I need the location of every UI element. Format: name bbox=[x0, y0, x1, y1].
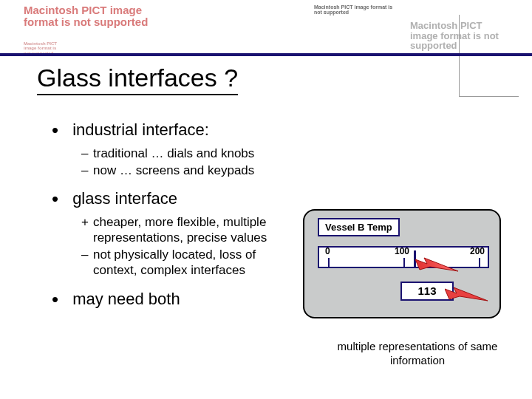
tick-label-100: 100 bbox=[395, 246, 409, 256]
slide-title: Glass interfaces ? bbox=[37, 64, 238, 95]
slide: Macintosh PICT image format is not suppo… bbox=[0, 0, 532, 399]
subbullet-pros: +cheaper, more flexible, multiple repres… bbox=[81, 214, 296, 246]
tick-0 bbox=[328, 258, 330, 267]
placeholder-image-3: Macintosh PICT image format is not suppo… bbox=[314, 4, 395, 16]
bullet-industrial: industrial interface: –traditional … dia… bbox=[52, 118, 296, 178]
gauge-indicator bbox=[414, 250, 416, 267]
bullet-industrial-text: industrial interface: bbox=[72, 120, 209, 139]
bullet-both: may need both bbox=[52, 287, 296, 312]
tick-200 bbox=[479, 258, 480, 267]
gauge-panel: Vessel B Temp 0 100 200 113 bbox=[303, 209, 501, 318]
value-readout: 113 bbox=[400, 282, 454, 301]
figure-caption: multiple representations of same informa… bbox=[325, 340, 510, 368]
slide-body: industrial interface: –traditional … dia… bbox=[52, 118, 296, 318]
placeholder-image-1: Macintosh PICT image format is not suppo… bbox=[24, 4, 149, 28]
subbullet-cons: –not physically located, loss of context… bbox=[81, 247, 296, 279]
subbullet-now: –now … screens and keypads bbox=[81, 163, 296, 178]
temperature-figure: Vessel B Temp 0 100 200 113 bbox=[303, 209, 501, 318]
tick-100 bbox=[403, 258, 405, 267]
subbullet-traditional: –traditional … dials and knobs bbox=[81, 146, 296, 161]
tick-label-0: 0 bbox=[325, 246, 330, 256]
bullet-glass: glass interface +cheaper, more flexible,… bbox=[52, 187, 296, 279]
vessel-label: Vessel B Temp bbox=[318, 218, 400, 236]
gauge-bar: 0 100 200 bbox=[318, 246, 489, 268]
bullet-both-text: may need both bbox=[72, 290, 180, 308]
bullet-glass-text: glass interface bbox=[72, 189, 177, 208]
header-rule bbox=[0, 53, 532, 56]
placeholder-image-right: Macintosh PICT image format is not suppo… bbox=[410, 21, 510, 51]
tick-label-200: 200 bbox=[470, 246, 485, 256]
